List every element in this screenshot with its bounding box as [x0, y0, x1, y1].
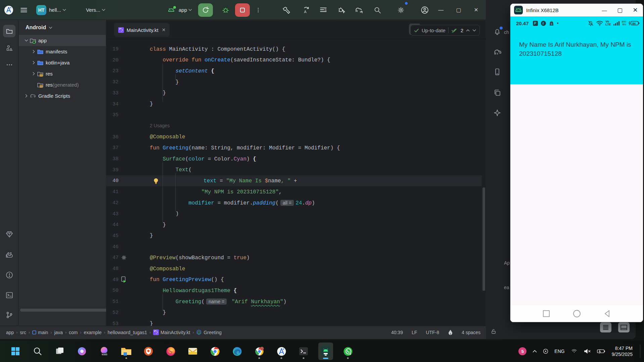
prev-problem-button[interactable]	[466, 29, 470, 32]
file-explorer-icon[interactable]	[119, 343, 134, 360]
sidebar-item-gemini[interactable]	[3, 228, 15, 240]
tray-overflow-chevron[interactable]	[533, 350, 537, 353]
browser-shield-icon[interactable]	[141, 343, 156, 360]
firefox-icon[interactable]	[163, 343, 178, 360]
breadcrumb-item[interactable]: app	[6, 330, 14, 335]
settings-button[interactable]	[397, 0, 409, 20]
sidebar-item-project[interactable]	[3, 25, 15, 37]
breadcrumb-item[interactable]: src	[20, 330, 26, 335]
rerun-button[interactable]	[198, 0, 213, 20]
tree-item-res[interactable]: res	[19, 68, 106, 79]
phone-screen[interactable]: 20.47PfSVoLTE840B/s84 My Name Is Arif Nu…	[510, 16, 643, 322]
chrome-icon[interactable]	[208, 343, 222, 360]
usages-hint[interactable]: 2 Usages	[150, 123, 170, 128]
file-encoding[interactable]: UTF-8	[426, 330, 439, 335]
assistant-icon[interactable]	[491, 107, 503, 119]
sidebar-item-terminal[interactable]	[3, 289, 15, 301]
build-button[interactable]	[282, 0, 294, 20]
clock[interactable]: 8:47 PM9/25/2025	[612, 345, 633, 357]
tree-expand-icon[interactable]	[31, 61, 36, 64]
run-preview-icon[interactable]	[121, 276, 128, 283]
running-devices-icon[interactable]	[491, 66, 503, 78]
task-view-button[interactable]	[52, 343, 67, 360]
sidebar-item-logcat[interactable]	[3, 248, 15, 261]
breadcrumb-item[interactable]: example	[84, 330, 102, 335]
ide-minimize-button[interactable]: —	[435, 0, 447, 20]
tree-item-manifests[interactable]: manifests	[19, 46, 106, 57]
bulb-icon[interactable]	[153, 178, 160, 184]
tree-expand-icon[interactable]	[31, 50, 36, 53]
tree-item-kotlin-java[interactable]: kotlin+java	[19, 57, 106, 68]
breadcrumb-item[interactable]: Greeting	[196, 329, 222, 335]
tree-item-gradle-scripts[interactable]: Gradle Scripts	[19, 90, 106, 101]
nav-recents-button[interactable]	[543, 310, 550, 317]
start-button[interactable]	[8, 343, 23, 360]
tab-mainactivity[interactable]: MainActivity.kt ✕	[114, 23, 170, 37]
tree-expand-icon[interactable]	[24, 94, 29, 98]
volume-muted-icon[interactable]	[584, 348, 591, 354]
breadcrumb-item[interactable]: java	[54, 330, 63, 335]
tree-item-res[interactable]: res (generated)	[19, 79, 106, 90]
sidebar-item-version-control[interactable]	[3, 309, 15, 321]
run-config-widget[interactable]: app	[167, 0, 192, 20]
breadcrumb-item[interactable]: com	[69, 330, 78, 335]
tree-item-app[interactable]: app	[19, 35, 106, 46]
editor-scrollbar[interactable]	[482, 187, 485, 291]
layout-panel-icon[interactable]	[618, 322, 630, 332]
pages-icon[interactable]	[491, 87, 503, 99]
gradle-sync-button[interactable]	[355, 0, 367, 20]
search-everywhere-button[interactable]	[373, 0, 385, 20]
sidebar-item-problems[interactable]	[3, 269, 15, 281]
device-mirror-icon[interactable]	[318, 343, 333, 360]
next-problem-button[interactable]	[472, 29, 476, 32]
project-scrollbar[interactable]	[20, 309, 120, 312]
vcs-widget[interactable]: Vers...	[83, 0, 105, 20]
project-view-selector[interactable]: Android	[26, 25, 46, 31]
wifi-icon[interactable]	[571, 349, 578, 354]
battery-icon[interactable]	[597, 349, 606, 354]
profiler-button[interactable]: S	[319, 0, 331, 20]
indent-setting[interactable]: 4 spaces	[462, 330, 480, 335]
attach-debugger-button[interactable]	[337, 0, 349, 20]
notifications-icon[interactable]	[491, 26, 503, 38]
chrome-profile-icon[interactable]	[252, 343, 267, 360]
android-studio-icon[interactable]	[274, 343, 289, 360]
highlight-level-icon[interactable]	[448, 329, 453, 335]
tree-collapse-icon[interactable]	[24, 39, 29, 42]
whatsapp-icon[interactable]	[340, 343, 355, 360]
device-mirror-titlebar[interactable]: Infinix X6812B — ▢ ✕	[510, 4, 643, 16]
breadcrumb-item[interactable]: hellowaord_tugas1	[107, 330, 147, 335]
debug-button[interactable]	[218, 0, 233, 20]
search-button[interactable]	[30, 343, 45, 360]
project-widget[interactable]: HThell...	[36, 0, 66, 20]
maximize-button[interactable]: ▢	[612, 4, 628, 16]
copilot-icon[interactable]	[75, 343, 89, 360]
caret-position[interactable]: 40:39	[391, 330, 403, 335]
notification-badge[interactable]: 5	[518, 347, 526, 355]
mail-icon[interactable]	[185, 343, 200, 360]
main-menu-button[interactable]	[19, 0, 32, 20]
sync-button[interactable]: A	[302, 0, 314, 20]
gradle-icon[interactable]	[491, 46, 503, 58]
code-editor[interactable]: 19class MainActivity : ComponentActivity…	[106, 39, 482, 326]
language-indicator[interactable]: ENG	[554, 349, 564, 354]
inspections-widget[interactable]: Up-to-date2	[410, 25, 480, 36]
stop-button[interactable]	[235, 0, 250, 20]
sidebar-item-resource-manager[interactable]	[3, 42, 15, 54]
line-ending[interactable]: LF	[412, 330, 417, 335]
minimize-button[interactable]: —	[597, 4, 612, 16]
tray-icon[interactable]	[543, 349, 548, 354]
breadcrumb-item[interactable]: MainActivity.kt	[153, 329, 190, 335]
ide-maximize-button[interactable]: ▢	[453, 0, 465, 20]
tree-expand-icon[interactable]	[31, 72, 36, 76]
ide-close-button[interactable]: ✕	[470, 0, 482, 20]
account-avatar[interactable]	[420, 0, 432, 20]
layout-list-icon[interactable]	[600, 322, 611, 332]
show-desktop-button[interactable]	[640, 345, 641, 358]
gear-small-icon[interactable]	[121, 255, 128, 261]
sidebar-item-more-tool-windows[interactable]	[3, 58, 15, 71]
edge-icon[interactable]	[230, 343, 244, 360]
close-button[interactable]: ✕	[628, 4, 643, 16]
m365-copilot-icon[interactable]: M365	[97, 343, 111, 360]
nav-back-button[interactable]	[604, 310, 611, 317]
